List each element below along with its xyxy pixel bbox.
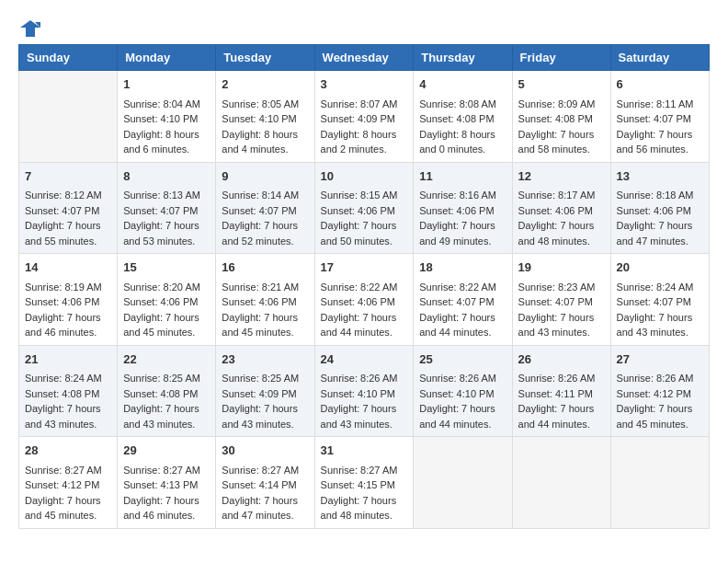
cell-info-line: Sunrise: 8:27 AM bbox=[123, 463, 210, 478]
cell-content: 11Sunrise: 8:16 AMSunset: 4:06 PMDayligh… bbox=[419, 167, 506, 249]
cell-info-line: and 47 minutes. bbox=[222, 508, 308, 523]
day-number: 31 bbox=[321, 442, 408, 460]
cell-content: 1Sunrise: 8:04 AMSunset: 4:10 PMDaylight… bbox=[123, 75, 210, 157]
cell-info-line: Daylight: 7 hours bbox=[419, 310, 506, 326]
weekday-header-sunday: Sunday bbox=[19, 45, 118, 71]
cell-info-line: and 46 minutes. bbox=[25, 325, 111, 340]
cell-info-line: Sunset: 4:08 PM bbox=[25, 386, 111, 402]
cell-info-line: Sunrise: 8:24 AM bbox=[617, 280, 703, 295]
cell-info-line: Daylight: 8 hours bbox=[222, 127, 308, 143]
calendar-cell: 19Sunrise: 8:23 AMSunset: 4:07 PMDayligh… bbox=[512, 254, 610, 346]
cell-info-line: and 45 minutes. bbox=[123, 325, 210, 340]
cell-info-line: and 50 minutes. bbox=[321, 234, 408, 249]
day-number: 26 bbox=[518, 350, 605, 369]
day-number: 17 bbox=[321, 259, 408, 277]
cell-info-line: Sunrise: 8:27 AM bbox=[321, 463, 408, 478]
cell-content: 17Sunrise: 8:22 AMSunset: 4:06 PMDayligh… bbox=[321, 259, 408, 340]
cell-info-line: Sunset: 4:06 PM bbox=[321, 294, 408, 310]
cell-info-line: Sunset: 4:06 PM bbox=[321, 203, 408, 219]
calendar-cell: 22Sunrise: 8:25 AMSunset: 4:08 PMDayligh… bbox=[118, 345, 216, 437]
day-number: 3 bbox=[321, 75, 408, 94]
cell-info-line: Sunrise: 8:26 AM bbox=[419, 371, 506, 386]
cell-content: 15Sunrise: 8:20 AMSunset: 4:06 PMDayligh… bbox=[123, 259, 210, 340]
cell-info-line: Daylight: 7 hours bbox=[518, 218, 605, 234]
cell-content: 30Sunrise: 8:27 AMSunset: 4:14 PMDayligh… bbox=[222, 442, 308, 523]
cell-info-line: Sunrise: 8:27 AM bbox=[25, 463, 111, 478]
cell-info-line: Sunset: 4:09 PM bbox=[222, 386, 308, 402]
cell-content: 26Sunrise: 8:26 AMSunset: 4:11 PMDayligh… bbox=[518, 350, 605, 432]
cell-info-line: Sunset: 4:06 PM bbox=[617, 203, 703, 219]
cell-info-line: Sunset: 4:07 PM bbox=[617, 294, 703, 310]
cell-info-line: Sunset: 4:06 PM bbox=[123, 294, 210, 310]
cell-info-line: Daylight: 7 hours bbox=[518, 401, 605, 417]
cell-info-line: Sunrise: 8:18 AM bbox=[617, 188, 703, 203]
cell-content: 4Sunrise: 8:08 AMSunset: 4:08 PMDaylight… bbox=[419, 75, 506, 157]
day-number: 10 bbox=[321, 167, 408, 186]
cell-info-line: Sunset: 4:12 PM bbox=[617, 386, 703, 402]
cell-content: 5Sunrise: 8:09 AMSunset: 4:08 PMDaylight… bbox=[518, 75, 605, 157]
calendar-cell: 27Sunrise: 8:26 AMSunset: 4:12 PMDayligh… bbox=[610, 345, 709, 437]
cell-info-line: Sunset: 4:13 PM bbox=[123, 477, 210, 493]
calendar-cell: 20Sunrise: 8:24 AMSunset: 4:07 PMDayligh… bbox=[610, 254, 709, 346]
cell-info-line: Sunrise: 8:09 AM bbox=[518, 97, 605, 112]
cell-info-line: Sunset: 4:09 PM bbox=[321, 111, 408, 127]
calendar-cell: 4Sunrise: 8:08 AMSunset: 4:08 PMDaylight… bbox=[414, 71, 512, 163]
day-number: 5 bbox=[518, 75, 605, 94]
calendar-week-row: 7Sunrise: 8:12 AMSunset: 4:07 PMDaylight… bbox=[19, 162, 710, 254]
calendar-cell: 31Sunrise: 8:27 AMSunset: 4:15 PMDayligh… bbox=[314, 437, 414, 529]
cell-info-line: Daylight: 7 hours bbox=[617, 310, 703, 326]
calendar-cell: 25Sunrise: 8:26 AMSunset: 4:10 PMDayligh… bbox=[414, 345, 512, 437]
calendar-cell: 30Sunrise: 8:27 AMSunset: 4:14 PMDayligh… bbox=[216, 437, 314, 529]
calendar-cell: 11Sunrise: 8:16 AMSunset: 4:06 PMDayligh… bbox=[414, 162, 512, 254]
cell-info-line: Daylight: 7 hours bbox=[123, 493, 210, 509]
day-number: 27 bbox=[617, 350, 703, 369]
cell-content: 24Sunrise: 8:26 AMSunset: 4:10 PMDayligh… bbox=[321, 350, 408, 432]
day-number: 12 bbox=[518, 167, 605, 186]
cell-info-line: Sunrise: 8:26 AM bbox=[321, 371, 408, 386]
cell-content: 29Sunrise: 8:27 AMSunset: 4:13 PMDayligh… bbox=[123, 442, 210, 523]
cell-info-line: and 44 minutes. bbox=[518, 417, 605, 432]
weekday-header-friday: Friday bbox=[512, 45, 610, 71]
cell-info-line: and 49 minutes. bbox=[419, 234, 506, 249]
cell-info-line: Daylight: 7 hours bbox=[222, 310, 308, 326]
day-number: 30 bbox=[222, 442, 308, 460]
cell-content: 23Sunrise: 8:25 AMSunset: 4:09 PMDayligh… bbox=[222, 350, 308, 432]
cell-info-line: and 43 minutes. bbox=[222, 417, 308, 432]
cell-info-line: and 47 minutes. bbox=[617, 234, 703, 249]
cell-content: 16Sunrise: 8:21 AMSunset: 4:06 PMDayligh… bbox=[222, 259, 308, 340]
cell-info-line: and 45 minutes. bbox=[25, 508, 111, 523]
cell-info-line: Sunset: 4:06 PM bbox=[222, 294, 308, 310]
cell-info-line: and 58 minutes. bbox=[518, 142, 605, 157]
cell-info-line: Daylight: 7 hours bbox=[321, 310, 408, 326]
day-number: 8 bbox=[123, 167, 210, 186]
cell-info-line: and 6 minutes. bbox=[123, 142, 210, 157]
cell-info-line: and 43 minutes. bbox=[518, 325, 605, 340]
day-number: 22 bbox=[123, 350, 210, 369]
cell-info-line: Sunset: 4:11 PM bbox=[518, 386, 605, 402]
cell-info-line: Sunrise: 8:12 AM bbox=[25, 188, 111, 203]
cell-info-line: Sunset: 4:12 PM bbox=[25, 477, 111, 493]
cell-content: 7Sunrise: 8:12 AMSunset: 4:07 PMDaylight… bbox=[25, 167, 111, 249]
day-number: 19 bbox=[518, 259, 605, 277]
cell-info-line: Daylight: 7 hours bbox=[321, 218, 408, 234]
cell-content: 9Sunrise: 8:14 AMSunset: 4:07 PMDaylight… bbox=[222, 167, 308, 249]
cell-content: 18Sunrise: 8:22 AMSunset: 4:07 PMDayligh… bbox=[419, 259, 506, 340]
logo-bird-icon bbox=[20, 18, 40, 39]
day-number: 20 bbox=[617, 259, 703, 277]
calendar-cell: 6Sunrise: 8:11 AMSunset: 4:07 PMDaylight… bbox=[610, 71, 709, 163]
cell-info-line: Daylight: 7 hours bbox=[25, 401, 111, 417]
cell-info-line: Sunrise: 8:05 AM bbox=[222, 97, 308, 112]
day-number: 25 bbox=[419, 350, 506, 369]
calendar-cell: 23Sunrise: 8:25 AMSunset: 4:09 PMDayligh… bbox=[216, 345, 314, 437]
cell-content: 6Sunrise: 8:11 AMSunset: 4:07 PMDaylight… bbox=[617, 75, 703, 157]
cell-info-line: Sunset: 4:07 PM bbox=[123, 203, 210, 219]
cell-info-line: and 45 minutes. bbox=[222, 325, 308, 340]
cell-info-line: and 43 minutes. bbox=[321, 417, 408, 432]
cell-info-line: Sunrise: 8:16 AM bbox=[419, 188, 506, 203]
day-number: 24 bbox=[321, 350, 408, 369]
cell-info-line: Sunset: 4:06 PM bbox=[25, 294, 111, 310]
cell-info-line: Sunrise: 8:13 AM bbox=[123, 188, 210, 203]
cell-info-line: Daylight: 7 hours bbox=[419, 218, 506, 234]
cell-content: 25Sunrise: 8:26 AMSunset: 4:10 PMDayligh… bbox=[419, 350, 506, 432]
cell-info-line: Sunset: 4:07 PM bbox=[25, 203, 111, 219]
